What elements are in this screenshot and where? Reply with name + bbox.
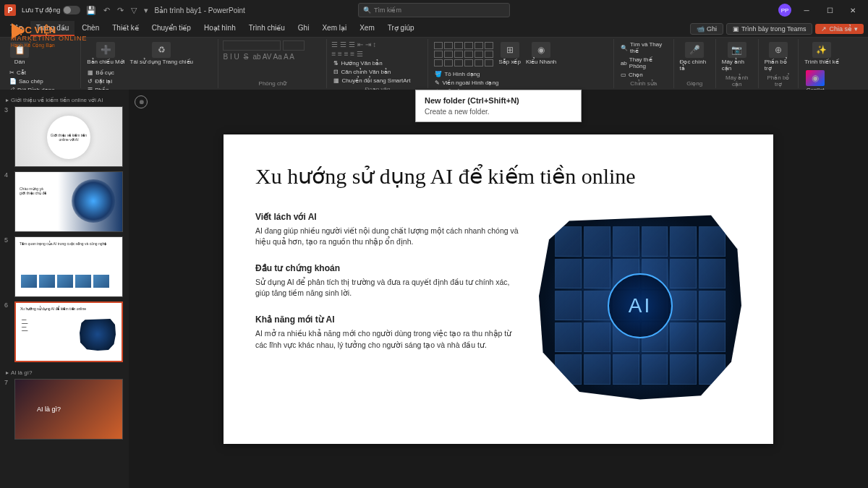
search-placeholder: Tìm kiếm <box>374 7 401 14</box>
toggle-switch[interactable] <box>63 6 80 14</box>
slide-image[interactable]: AI <box>539 212 741 400</box>
titlebar: P Lưu Tự động 💾 ↶ ↷ ▽ ▾ Bản trình bày1 -… <box>0 0 868 20</box>
autosave-toggle[interactable]: Lưu Tự động <box>22 6 80 14</box>
new-slide-button[interactable]: ➕Bản chiếu Mới <box>85 40 126 67</box>
convert-smartart[interactable]: ▦ Chuyển đổi sang SmartArt <box>331 77 412 85</box>
select-button[interactable]: ▭ Chọn <box>618 71 645 79</box>
slide-text[interactable]: Viết lách với AI AI đang giúp nhiều ngườ… <box>255 212 522 400</box>
share-button[interactable]: ↗ Chia sẻ ▾ <box>815 24 864 34</box>
section-3-body: AI mở ra nhiều khả năng mới cho người dù… <box>255 328 522 350</box>
ribbon: 📋Dán ✂ Cắt 📄 Sao chép 🖌 Bút Định dạng Bả… <box>0 38 868 90</box>
tooltip: New folder (Ctrl+Shift+N) Create a new f… <box>415 90 582 122</box>
addins-label: Phần bổ trợ <box>763 73 793 87</box>
voice-label: Giọng <box>678 79 711 87</box>
arrange-button[interactable]: ⊞Sắp xếp <box>497 40 522 67</box>
tab-slideshow[interactable]: Trình chiếu <box>243 21 291 36</box>
maximize-button[interactable]: ☐ <box>819 3 841 17</box>
find-replace[interactable]: 🔍 Tìm và Thay thế <box>618 40 669 55</box>
more-icon[interactable]: ▾ <box>144 6 148 15</box>
copy-button[interactable]: 📄 Sao chép <box>7 77 56 85</box>
redo-icon[interactable]: ↷ <box>117 6 124 15</box>
ai-graphic-text: AI <box>629 294 652 317</box>
tab-record[interactable]: Ghi <box>292 21 315 36</box>
record-label: Máy ảnh cận <box>720 73 754 87</box>
document-title: Bản trình bày1 - PowerPoint <box>154 7 245 14</box>
shapes-gallery[interactable] <box>433 40 495 68</box>
quick-styles-button[interactable]: ◉Kiểu Nhanh <box>524 40 558 67</box>
replace-font[interactable]: ab Thay thế Phông <box>618 56 669 70</box>
undo-icon[interactable]: ↶ <box>103 6 110 15</box>
section-1-heading: Viết lách với AI <box>255 212 522 222</box>
tab-design[interactable]: Thiết kế <box>106 21 144 36</box>
tab-transitions[interactable]: Chuyển tiếp <box>146 21 197 36</box>
user-avatar[interactable]: PP <box>778 4 791 17</box>
section-3-heading: Khả năng mới từ AI <box>255 314 522 325</box>
workspace: ▸ Giới thiệu về kiếm tiền online với AI … <box>0 90 868 488</box>
close-button[interactable]: ✕ <box>842 3 864 17</box>
slide-title[interactable]: Xu hướng sử dụng AI để kiếm tiền online <box>255 163 741 189</box>
dictate-button[interactable]: 🎤Đọc chính tả <box>678 40 711 73</box>
cut-button[interactable]: ✂ Cắt <box>7 69 56 77</box>
autosave-label: Lưu Tự động <box>22 7 60 14</box>
thumbnail-6[interactable]: 6 Xu hướng sử dụng AI để kiếm tiền onlin… <box>4 301 124 362</box>
camera-button[interactable]: 📷Máy ảnh cận <box>720 40 754 73</box>
shape-outline[interactable]: ✎ Viền ngoài Hình dạng <box>433 79 501 87</box>
section-header[interactable]: ▸ Giới thiệu về kiếm tiền online với AI <box>4 94 124 106</box>
tab-animations[interactable]: Hoạt hình <box>198 21 242 36</box>
thumbnail-5[interactable]: 5 Tầm quan trọng của AI trong cuộc sống … <box>4 236 124 297</box>
shape-fill[interactable]: 🪣 Tô Hình dạng <box>433 70 501 78</box>
app-icon: P <box>4 4 16 16</box>
record-indicator[interactable]: ⏺ <box>135 95 148 108</box>
minimize-button[interactable]: ─ <box>796 3 817 17</box>
search-input[interactable]: 🔍 Tìm kiếm <box>358 3 510 17</box>
tab-help[interactable]: Trợ giúp <box>382 21 420 36</box>
present-teams-button[interactable]: ▣ Trình bày trong Teams <box>726 23 813 35</box>
layout-button[interactable]: ▦ Bố cục <box>85 69 116 77</box>
reset-button[interactable]: ↺ Đặt lại <box>85 77 116 85</box>
tooltip-body: Create a new folder. <box>425 108 572 116</box>
thumbnail-7[interactable]: 7 AI là gì? <box>4 379 124 440</box>
section-2-heading: Đầu tư chứng khoán <box>255 263 522 273</box>
tab-review[interactable]: Xem lại <box>316 21 352 36</box>
tooltip-title: New folder (Ctrl+Shift+N) <box>425 96 572 105</box>
section-header-2[interactable]: ▸ AI là gì? <box>4 367 124 379</box>
quick-access-toolbar: 💾 ↶ ↷ ▽ ▾ <box>86 6 148 15</box>
ribbon-tabs: Tệp Trang đầu Chèn Thiết kế Chuyển tiếp … <box>0 20 868 38</box>
section-2-body: Sử dụng AI để phân tích thị trường và đư… <box>255 277 522 299</box>
thumbnail-3[interactable]: 3 Giới thiệu về kiếm tiền online với AI <box>4 106 124 167</box>
tab-view[interactable]: Xem <box>354 21 380 36</box>
designer-button[interactable]: ✨Trình thiết kế <box>803 40 841 67</box>
align-text[interactable]: ⊟ Căn chỉnh Văn bản <box>331 68 412 76</box>
slide-content[interactable]: Xu hướng sử dụng AI để kiếm tiền online … <box>224 134 773 444</box>
search-icon: 🔍 <box>363 7 371 14</box>
slideshow-icon[interactable]: ▽ <box>131 6 137 15</box>
thumbnail-panel[interactable]: ▸ Giới thiệu về kiếm tiền online với AI … <box>0 90 129 488</box>
edit-label: Chỉnh sửa <box>618 79 669 87</box>
watermark-logo: HỌC VIỆN MARKETING ONLINE Hạnh Kể Cộng B… <box>11 25 88 48</box>
addins-button[interactable]: ⊕Phần bổ trợ <box>763 40 793 73</box>
section-1-body: AI đang giúp nhiều người viết nội dung c… <box>255 226 522 247</box>
record-button[interactable]: 📹 Ghi <box>690 23 723 35</box>
save-icon[interactable]: 💾 <box>86 6 96 15</box>
font-label: Phông chữ <box>223 79 322 87</box>
thumbnail-4[interactable]: 4 Chào mừng và giới thiệu chủ đề <box>4 171 124 232</box>
slide-canvas[interactable]: ⏺ New folder (Ctrl+Shift+N) Create a new… <box>129 90 868 488</box>
text-direction[interactable]: ⇅ Hướng Văn bản <box>331 59 412 67</box>
reuse-slides-button[interactable]: ♻Tái sử dụng Trang chiếu <box>129 40 195 67</box>
